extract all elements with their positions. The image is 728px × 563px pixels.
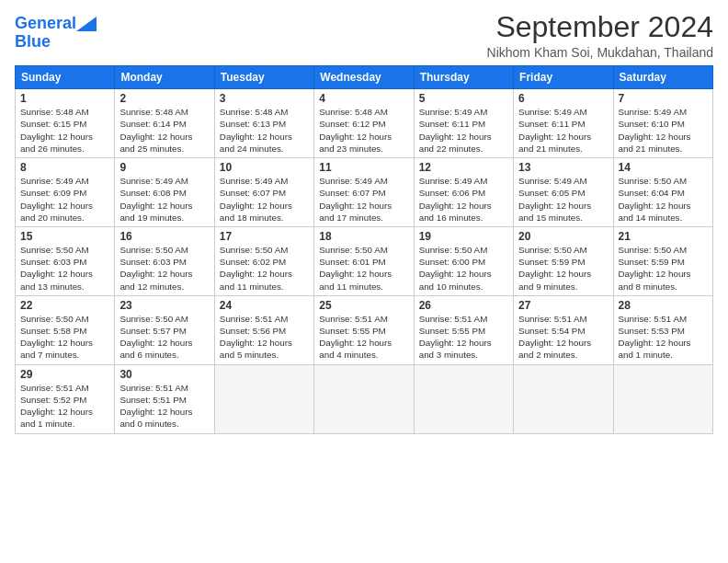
day-number: 7 bbox=[619, 92, 708, 105]
day-info: Sunrise: 5:50 AMSunset: 6:03 PMDaylight:… bbox=[20, 244, 109, 293]
logo-text-general: General bbox=[15, 15, 76, 33]
day-info: Sunrise: 5:50 AMSunset: 6:01 PMDaylight:… bbox=[319, 244, 408, 293]
table-cell: 24 Sunrise: 5:51 AMSunset: 5:56 PMDaylig… bbox=[214, 295, 313, 364]
day-number: 11 bbox=[319, 161, 408, 174]
table-cell: 12 Sunrise: 5:49 AMSunset: 6:06 PMDaylig… bbox=[414, 158, 513, 227]
day-info: Sunrise: 5:48 AMSunset: 6:13 PMDaylight:… bbox=[220, 106, 309, 155]
table-row: 1 Sunrise: 5:48 AMSunset: 6:15 PMDayligh… bbox=[16, 89, 713, 158]
day-info: Sunrise: 5:51 AMSunset: 5:55 PMDaylight:… bbox=[419, 313, 508, 362]
day-number: 28 bbox=[619, 299, 708, 312]
day-number: 6 bbox=[518, 92, 608, 105]
month-title: September 2024 bbox=[487, 11, 713, 43]
table-cell: 9 Sunrise: 5:49 AMSunset: 6:08 PMDayligh… bbox=[115, 158, 214, 227]
day-number: 23 bbox=[119, 299, 209, 312]
day-number: 5 bbox=[419, 92, 508, 105]
day-info: Sunrise: 5:50 AMSunset: 5:57 PMDaylight:… bbox=[119, 313, 209, 362]
day-number: 10 bbox=[220, 161, 309, 174]
day-number: 1 bbox=[20, 92, 109, 105]
day-number: 30 bbox=[119, 368, 209, 381]
header: General Blue September 2024 Nikhom Kham … bbox=[15, 11, 713, 60]
day-info: Sunrise: 5:50 AMSunset: 5:58 PMDaylight:… bbox=[20, 313, 109, 362]
day-info: Sunrise: 5:51 AMSunset: 5:55 PMDaylight:… bbox=[319, 313, 408, 362]
table-cell bbox=[314, 364, 414, 433]
day-number: 22 bbox=[20, 299, 109, 312]
day-info: Sunrise: 5:50 AMSunset: 5:59 PMDaylight:… bbox=[619, 244, 708, 293]
day-info: Sunrise: 5:49 AMSunset: 6:07 PMDaylight:… bbox=[220, 175, 309, 224]
table-cell bbox=[414, 364, 513, 433]
table-row: 15 Sunrise: 5:50 AMSunset: 6:03 PMDaylig… bbox=[16, 226, 713, 295]
logo-text-blue: Blue bbox=[15, 32, 51, 51]
day-number: 15 bbox=[20, 230, 109, 243]
table-cell: 21 Sunrise: 5:50 AMSunset: 5:59 PMDaylig… bbox=[613, 226, 712, 295]
day-info: Sunrise: 5:50 AMSunset: 6:03 PMDaylight:… bbox=[119, 244, 209, 293]
table-cell: 26 Sunrise: 5:51 AMSunset: 5:55 PMDaylig… bbox=[414, 295, 513, 364]
calendar-header-row: Sunday Monday Tuesday Wednesday Thursday… bbox=[16, 66, 713, 89]
table-cell: 3 Sunrise: 5:48 AMSunset: 6:13 PMDayligh… bbox=[214, 89, 313, 158]
day-number: 8 bbox=[20, 161, 109, 174]
table-cell: 8 Sunrise: 5:49 AMSunset: 6:09 PMDayligh… bbox=[16, 158, 115, 227]
table-cell: 18 Sunrise: 5:50 AMSunset: 6:01 PMDaylig… bbox=[314, 226, 414, 295]
table-cell: 23 Sunrise: 5:50 AMSunset: 5:57 PMDaylig… bbox=[115, 295, 214, 364]
svg-marker-0 bbox=[76, 17, 97, 31]
logo: General Blue bbox=[15, 15, 97, 52]
table-cell bbox=[613, 364, 712, 433]
table-cell: 15 Sunrise: 5:50 AMSunset: 6:03 PMDaylig… bbox=[16, 226, 115, 295]
day-info: Sunrise: 5:51 AMSunset: 5:53 PMDaylight:… bbox=[619, 313, 708, 362]
day-number: 9 bbox=[119, 161, 209, 174]
calendar-table: Sunday Monday Tuesday Wednesday Thursday… bbox=[15, 65, 713, 433]
day-number: 25 bbox=[319, 299, 408, 312]
table-cell: 27 Sunrise: 5:51 AMSunset: 5:54 PMDaylig… bbox=[514, 295, 613, 364]
table-cell: 5 Sunrise: 5:49 AMSunset: 6:11 PMDayligh… bbox=[414, 89, 513, 158]
day-number: 29 bbox=[20, 368, 109, 381]
table-cell: 30 Sunrise: 5:51 AMSunset: 5:51 PMDaylig… bbox=[115, 364, 214, 433]
table-cell: 28 Sunrise: 5:51 AMSunset: 5:53 PMDaylig… bbox=[613, 295, 712, 364]
logo-icon bbox=[76, 17, 97, 31]
table-cell: 29 Sunrise: 5:51 AMSunset: 5:52 PMDaylig… bbox=[16, 364, 115, 433]
day-number: 14 bbox=[619, 161, 708, 174]
table-cell: 4 Sunrise: 5:48 AMSunset: 6:12 PMDayligh… bbox=[314, 89, 414, 158]
day-info: Sunrise: 5:51 AMSunset: 5:51 PMDaylight:… bbox=[119, 382, 209, 431]
day-number: 18 bbox=[319, 230, 408, 243]
table-cell: 14 Sunrise: 5:50 AMSunset: 6:04 PMDaylig… bbox=[613, 158, 712, 227]
table-row: 8 Sunrise: 5:49 AMSunset: 6:09 PMDayligh… bbox=[16, 158, 713, 227]
day-info: Sunrise: 5:49 AMSunset: 6:09 PMDaylight:… bbox=[20, 175, 109, 224]
day-info: Sunrise: 5:49 AMSunset: 6:05 PMDaylight:… bbox=[518, 175, 608, 224]
table-cell: 22 Sunrise: 5:50 AMSunset: 5:58 PMDaylig… bbox=[16, 295, 115, 364]
day-number: 16 bbox=[119, 230, 209, 243]
day-number: 2 bbox=[119, 92, 209, 105]
col-monday: Monday bbox=[115, 66, 214, 89]
day-info: Sunrise: 5:48 AMSunset: 6:14 PMDaylight:… bbox=[119, 106, 209, 155]
day-info: Sunrise: 5:51 AMSunset: 5:54 PMDaylight:… bbox=[518, 313, 608, 362]
day-info: Sunrise: 5:50 AMSunset: 6:00 PMDaylight:… bbox=[419, 244, 508, 293]
col-tuesday: Tuesday bbox=[214, 66, 313, 89]
table-row: 22 Sunrise: 5:50 AMSunset: 5:58 PMDaylig… bbox=[16, 295, 713, 364]
day-info: Sunrise: 5:49 AMSunset: 6:06 PMDaylight:… bbox=[419, 175, 508, 224]
day-number: 13 bbox=[518, 161, 608, 174]
table-cell: 11 Sunrise: 5:49 AMSunset: 6:07 PMDaylig… bbox=[314, 158, 414, 227]
day-info: Sunrise: 5:49 AMSunset: 6:11 PMDaylight:… bbox=[419, 106, 508, 155]
day-number: 4 bbox=[319, 92, 408, 105]
day-number: 24 bbox=[220, 299, 309, 312]
day-info: Sunrise: 5:51 AMSunset: 5:52 PMDaylight:… bbox=[20, 382, 109, 431]
table-cell bbox=[214, 364, 313, 433]
day-info: Sunrise: 5:48 AMSunset: 6:15 PMDaylight:… bbox=[20, 106, 109, 155]
table-cell: 7 Sunrise: 5:49 AMSunset: 6:10 PMDayligh… bbox=[613, 89, 712, 158]
table-cell bbox=[514, 364, 613, 433]
col-wednesday: Wednesday bbox=[314, 66, 414, 89]
day-info: Sunrise: 5:51 AMSunset: 5:56 PMDaylight:… bbox=[220, 313, 309, 362]
title-block: September 2024 Nikhom Kham Soi, Mukdahan… bbox=[487, 11, 713, 60]
col-saturday: Saturday bbox=[613, 66, 712, 89]
calendar-container: General Blue September 2024 Nikhom Kham … bbox=[0, 0, 728, 442]
day-number: 17 bbox=[220, 230, 309, 243]
table-cell: 19 Sunrise: 5:50 AMSunset: 6:00 PMDaylig… bbox=[414, 226, 513, 295]
day-info: Sunrise: 5:49 AMSunset: 6:08 PMDaylight:… bbox=[119, 175, 209, 224]
table-cell: 20 Sunrise: 5:50 AMSunset: 5:59 PMDaylig… bbox=[514, 226, 613, 295]
table-cell: 10 Sunrise: 5:49 AMSunset: 6:07 PMDaylig… bbox=[214, 158, 313, 227]
table-cell: 2 Sunrise: 5:48 AMSunset: 6:14 PMDayligh… bbox=[115, 89, 214, 158]
day-number: 19 bbox=[419, 230, 508, 243]
table-cell: 17 Sunrise: 5:50 AMSunset: 6:02 PMDaylig… bbox=[214, 226, 313, 295]
table-cell: 6 Sunrise: 5:49 AMSunset: 6:11 PMDayligh… bbox=[514, 89, 613, 158]
day-info: Sunrise: 5:50 AMSunset: 6:04 PMDaylight:… bbox=[619, 175, 708, 224]
col-sunday: Sunday bbox=[16, 66, 115, 89]
day-info: Sunrise: 5:49 AMSunset: 6:11 PMDaylight:… bbox=[518, 106, 608, 155]
